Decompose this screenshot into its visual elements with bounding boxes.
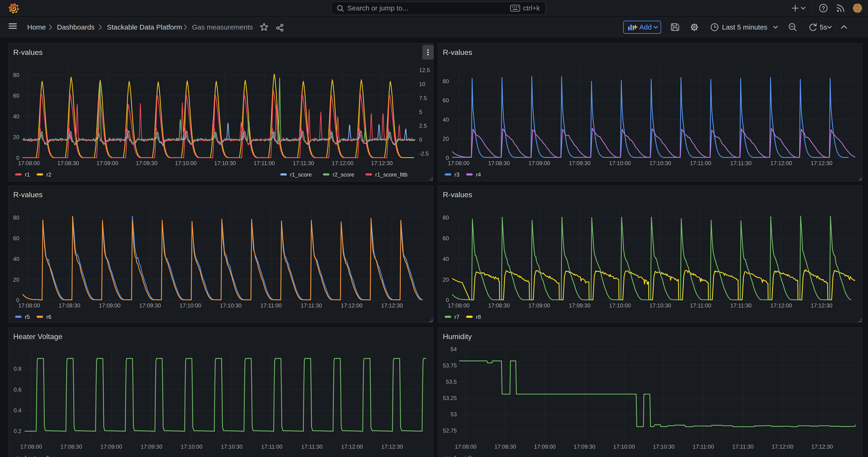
svg-text:17:10:00: 17:10:00 xyxy=(181,444,202,450)
svg-text:2.5: 2.5 xyxy=(419,123,427,129)
svg-text:17:08:00: 17:08:00 xyxy=(448,302,469,308)
svg-text:17:11:00: 17:11:00 xyxy=(261,444,282,450)
svg-text:17:08:30: 17:08:30 xyxy=(58,302,80,308)
svg-text:0.8: 0.8 xyxy=(13,366,21,372)
svg-text:54: 54 xyxy=(450,346,457,352)
svg-text:17:08:00: 17:08:00 xyxy=(20,444,41,450)
svg-text:r1: r1 xyxy=(25,172,30,178)
svg-text:40: 40 xyxy=(13,255,19,262)
svg-text:0: 0 xyxy=(419,136,422,143)
svg-text:17:09:00: 17:09:00 xyxy=(100,444,122,450)
svg-text:0.4: 0.4 xyxy=(13,407,21,414)
svg-text:17:12:30: 17:12:30 xyxy=(811,302,832,308)
svg-text:17:12:00: 17:12:00 xyxy=(341,444,363,450)
svg-text:17:11:30: 17:11:30 xyxy=(730,302,751,308)
svg-text:17:11:30: 17:11:30 xyxy=(301,444,322,450)
svg-text:17:09:00: 17:09:00 xyxy=(528,302,550,308)
svg-text:17:10:00: 17:10:00 xyxy=(609,302,630,308)
svg-text:52.75: 52.75 xyxy=(443,427,457,434)
svg-text:17:11:00: 17:11:00 xyxy=(690,302,711,308)
svg-text:17:10:30: 17:10:30 xyxy=(221,444,242,450)
svg-text:r1_score: r1_score xyxy=(290,172,311,178)
svg-text:R-values: R-values xyxy=(443,48,472,57)
svg-text:17:11:00: 17:11:00 xyxy=(253,160,275,166)
svg-text:r8: r8 xyxy=(475,313,480,320)
svg-text:60: 60 xyxy=(13,93,19,99)
svg-text:17:09:30: 17:09:30 xyxy=(141,444,162,450)
svg-text:17:09:00: 17:09:00 xyxy=(534,444,555,450)
svg-text:Heater Voltage: Heater Voltage xyxy=(13,332,62,341)
svg-text:-2.5: -2.5 xyxy=(419,150,428,157)
svg-text:17:12:30: 17:12:30 xyxy=(371,160,393,166)
svg-text:20: 20 xyxy=(442,135,448,142)
svg-text:53.5: 53.5 xyxy=(445,378,457,385)
svg-text:17:09:30: 17:09:30 xyxy=(135,160,157,166)
svg-text:17:09:30: 17:09:30 xyxy=(568,302,590,308)
svg-text:80: 80 xyxy=(442,78,448,84)
svg-text:17:10:00: 17:10:00 xyxy=(179,302,201,308)
svg-text:17:08:30: 17:08:30 xyxy=(488,302,509,308)
svg-text:17:12:30: 17:12:30 xyxy=(381,302,403,308)
svg-text:17:09:00: 17:09:00 xyxy=(528,160,550,166)
svg-text:r6: r6 xyxy=(46,313,51,320)
svg-text:17:11:30: 17:11:30 xyxy=(730,160,751,166)
svg-text:80: 80 xyxy=(442,214,448,220)
svg-text:17:10:00: 17:10:00 xyxy=(175,160,196,166)
svg-text:80: 80 xyxy=(13,214,19,220)
svg-text:R-values: R-values xyxy=(13,48,42,57)
svg-text:17:08:00: 17:08:00 xyxy=(448,160,469,166)
svg-text:r3: r3 xyxy=(454,172,459,178)
svg-text:5: 5 xyxy=(419,109,422,115)
svg-text:17:11:30: 17:11:30 xyxy=(301,302,322,308)
svg-text:17:11:00: 17:11:00 xyxy=(260,302,281,308)
svg-text:17:10:00: 17:10:00 xyxy=(609,160,630,166)
svg-text:7.5: 7.5 xyxy=(419,95,427,101)
svg-text:20: 20 xyxy=(13,276,19,282)
svg-text:40: 40 xyxy=(442,255,448,262)
svg-text:17:11:30: 17:11:30 xyxy=(732,444,753,450)
svg-text:20: 20 xyxy=(13,134,19,140)
svg-text:17:09:00: 17:09:00 xyxy=(99,302,120,308)
svg-text:r7: r7 xyxy=(454,313,459,320)
svg-text:17:08:30: 17:08:30 xyxy=(494,444,516,450)
svg-text:Humidity: Humidity xyxy=(443,332,471,341)
svg-text:17:12:30: 17:12:30 xyxy=(381,444,403,450)
svg-text:80: 80 xyxy=(13,72,19,78)
svg-text:53: 53 xyxy=(450,411,457,418)
svg-text:heatervoltage: heatervoltage xyxy=(25,455,58,457)
svg-text:17:10:30: 17:10:30 xyxy=(649,160,671,166)
svg-text:humidity: humidity xyxy=(454,455,475,457)
svg-text:17:11:00: 17:11:00 xyxy=(692,444,714,450)
svg-text:0.6: 0.6 xyxy=(13,387,21,393)
svg-text:r2_score: r2_score xyxy=(333,172,354,178)
svg-text:17:08:30: 17:08:30 xyxy=(57,160,79,166)
svg-text:17:12:00: 17:12:00 xyxy=(332,160,353,166)
svg-text:17:10:30: 17:10:30 xyxy=(649,302,671,308)
svg-text:53.25: 53.25 xyxy=(443,395,457,401)
svg-text:12.5: 12.5 xyxy=(419,67,430,73)
svg-text:10: 10 xyxy=(419,81,425,87)
svg-text:R-values: R-values xyxy=(443,190,472,199)
svg-text:17:12:30: 17:12:30 xyxy=(811,160,832,166)
svg-text:53.75: 53.75 xyxy=(443,362,457,369)
svg-text:17:12:00: 17:12:00 xyxy=(772,444,793,450)
svg-text:17:08:30: 17:08:30 xyxy=(488,160,509,166)
svg-text:17:10:30: 17:10:30 xyxy=(214,160,236,166)
svg-text:17:09:30: 17:09:30 xyxy=(574,444,595,450)
svg-text:17:10:30: 17:10:30 xyxy=(220,302,241,308)
svg-text:17:08:00: 17:08:00 xyxy=(455,444,476,450)
svg-text:17:08:00: 17:08:00 xyxy=(18,302,40,308)
svg-text:r4: r4 xyxy=(475,172,480,178)
svg-text:40: 40 xyxy=(13,113,19,120)
svg-text:r1_score_lttb: r1_score_lttb xyxy=(375,172,407,178)
svg-text:r5: r5 xyxy=(25,313,30,320)
svg-text:20: 20 xyxy=(442,276,448,282)
svg-text:60: 60 xyxy=(442,235,448,241)
svg-text:17:09:00: 17:09:00 xyxy=(96,160,118,166)
svg-text:60: 60 xyxy=(442,97,448,103)
svg-text:0.2: 0.2 xyxy=(13,428,21,434)
svg-text:17:10:00: 17:10:00 xyxy=(613,444,634,450)
svg-text:17:11:00: 17:11:00 xyxy=(690,160,711,166)
svg-text:17:12:00: 17:12:00 xyxy=(770,160,792,166)
svg-text:r2: r2 xyxy=(46,172,51,178)
